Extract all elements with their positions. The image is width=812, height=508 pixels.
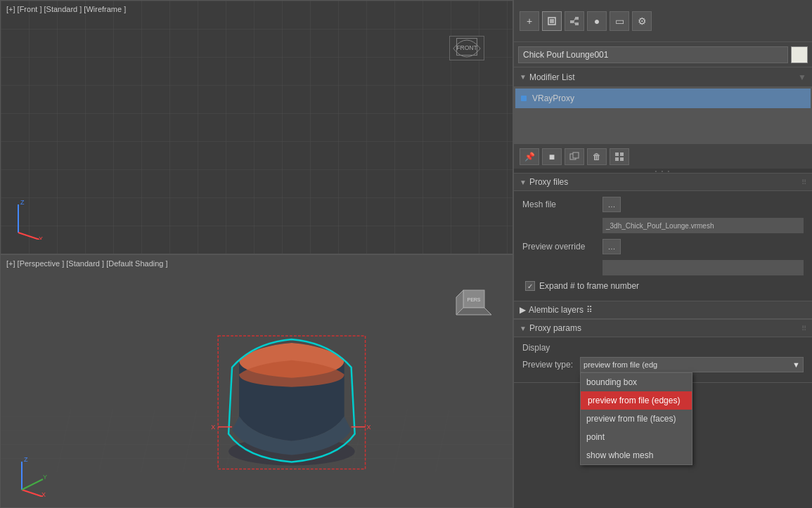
proxy-files-content: Mesh file … _3dh_Chick_Pouf_Lounge.vrmes… [514, 191, 812, 301]
preview-type-dropdown-btn[interactable]: preview from file (edg ▼ [580, 357, 804, 372]
make-unique-btn[interactable] [565, 148, 584, 165]
proxy-files-title: Proxy files [529, 177, 568, 187]
svg-line-35 [22, 479, 43, 490]
svg-rect-48 [615, 157, 619, 161]
svg-text:Z: Z [20, 199, 25, 206]
toolbar-hierarchy-btn[interactable] [565, 11, 584, 31]
viewport-perspective-label: [+] [Perspective ] [Standard ] [Default … [6, 259, 168, 268]
preview-type-label: Preview type: [522, 360, 573, 370]
proxy-files-grip: ⠿ [801, 178, 806, 186]
dropdown-item-preview-edges[interactable]: preview from file (edges) [581, 391, 692, 410]
toolbar-utility-btn[interactable]: ⚙ [632, 11, 652, 31]
pin-btn[interactable]: 📌 [520, 148, 539, 165]
front-nav-cube: FRONT [449, 36, 484, 60]
preview-override-path-row [522, 260, 804, 275]
svg-text:X: X [367, 423, 371, 430]
dropdown-item-bounding-box[interactable]: bounding box [581, 373, 692, 391]
configure-btn[interactable] [610, 148, 629, 165]
toolbar-motion-btn[interactable]: ● [587, 11, 607, 31]
modifier-list-area: VRayProxy [514, 87, 812, 143]
perspective-content: X X [+] [Perspective ] [Standard ] [Defa… [1, 255, 513, 508]
svg-rect-45 [573, 152, 579, 158]
preview-type-selected-label: preview from file (edg [584, 360, 657, 369]
dropdown-item-point[interactable]: point [581, 428, 692, 446]
preview-override-row: Preview override … [522, 239, 804, 254]
perspective-nav-cube: PERS [453, 283, 491, 322]
object-name-input[interactable] [518, 46, 788, 63]
modifier-list-dropdown[interactable]: ▼ [798, 72, 806, 82]
svg-text:FRONT: FRONT [456, 44, 477, 51]
alembic-arrow: ▶ [520, 305, 526, 315]
modifier-item-dot [521, 96, 527, 101]
proxy-params-header[interactable]: ▼ Proxy params ⠿ [514, 319, 812, 337]
wireframe-grid [1, 1, 513, 254]
svg-line-42 [574, 18, 575, 22]
dropdown-item-preview-faces[interactable]: preview from file (faces) [581, 410, 692, 428]
right-panel: + ● ▭ ⚙ ▼ Modifier List ▼ [513, 0, 812, 508]
preview-type-dropdown-wrapper: preview from file (edg ▼ bounding box pr… [580, 357, 804, 372]
svg-rect-41 [575, 22, 579, 25]
svg-rect-49 [620, 157, 624, 161]
proxy-files-arrow: ▼ [520, 178, 527, 186]
svg-rect-38 [550, 19, 554, 23]
modifier-list-header[interactable]: ▼ Modifier List ▼ [514, 67, 812, 87]
perspective-scene: X X [1, 255, 513, 508]
preview-type-dropdown-menu: bounding box preview from file (edges) p… [580, 372, 692, 465]
proxy-params-grip: ⠿ [801, 325, 806, 332]
svg-text:X: X [39, 235, 43, 240]
dropdown-item-show-whole-mesh[interactable]: show whole mesh [581, 446, 692, 464]
svg-text:Z: Z [24, 456, 28, 463]
mesh-file-browse-btn[interactable]: … [602, 197, 621, 212]
proxy-files-header[interactable]: ▼ Proxy files ⠿ [514, 173, 812, 191]
properties-panel: ▼ Proxy files ⠿ Mesh file … _3dh_Chick_P… [514, 173, 812, 508]
svg-text:Y: Y [43, 474, 47, 481]
top-toolbar: + ● ▭ ⚙ [514, 0, 812, 42]
alembic-title: Alembic layers [529, 305, 584, 315]
viewport-perspective[interactable]: X X [+] [Perspective ] [Standard ] [Defa… [0, 254, 513, 509]
expand-frame-checkbox[interactable]: ✓ [525, 281, 535, 291]
mesh-file-path-row: _3dh_Chick_Pouf_Lounge.vrmesh [522, 218, 804, 233]
svg-text:X: X [41, 491, 46, 497]
modifier-list-label: Modifier List [529, 72, 575, 82]
preview-override-label: Preview override [522, 242, 600, 252]
display-row: Display [522, 343, 804, 353]
svg-text:PERS: PERS [467, 297, 480, 302]
proxy-params-content: Display Preview type: preview from file … [514, 337, 812, 382]
alembic-layers-header[interactable]: ▶ Alembic layers ⠿ [514, 301, 812, 319]
display-label: Display [522, 343, 579, 353]
toolbar-display-btn[interactable]: ▭ [610, 11, 629, 31]
modifier-list-arrow: ▼ [520, 73, 527, 81]
toolbar-modify-btn[interactable] [542, 11, 562, 31]
mesh-file-path-display: _3dh_Chick_Pouf_Lounge.vrmesh [602, 218, 804, 233]
svg-rect-40 [575, 17, 579, 20]
object-name-bar [514, 42, 812, 67]
expand-frame-label: Expand # to frame number [539, 281, 639, 291]
object-color-swatch[interactable] [791, 46, 808, 63]
svg-line-43 [574, 22, 575, 24]
toolbar-create-btn[interactable]: + [520, 11, 539, 31]
expand-frame-row: ✓ Expand # to frame number [522, 281, 804, 291]
axis-indicator-front: Z X [15, 197, 43, 240]
proxy-params-title: Proxy params [529, 323, 581, 333]
modifier-item-label: VRayProxy [532, 93, 574, 103]
show-result-btn[interactable]: ■ [542, 148, 562, 165]
left-panel: [+] [Front ] [Standard ] [Wireframe ] FR… [0, 0, 513, 508]
modifier-item-vrayproxy[interactable]: VRayProxy [515, 89, 811, 108]
dropdown-arrow-icon: ▼ [792, 360, 800, 369]
preview-type-row: Preview type: preview from file (edg ▼ b… [522, 357, 804, 372]
alembic-grip: ⠿ [586, 305, 593, 315]
mesh-file-row: Mesh file … [522, 197, 804, 212]
svg-rect-47 [620, 152, 624, 156]
remove-btn[interactable]: 🗑 [587, 148, 607, 165]
svg-rect-39 [570, 20, 574, 23]
viewport-front-label: [+] [Front ] [Standard ] [Wireframe ] [6, 5, 126, 13]
mesh-file-label: Mesh file [522, 200, 600, 209]
axis-indicator-perspective: Z X Y [15, 451, 50, 497]
viewport-front[interactable]: [+] [Front ] [Standard ] [Wireframe ] FR… [0, 0, 513, 254]
proxy-params-arrow: ▼ [520, 325, 527, 332]
modifier-actions: 📌 ■ 🗑 [514, 143, 812, 169]
preview-override-path-display [602, 260, 804, 275]
svg-line-4 [18, 233, 39, 240]
preview-override-browse-btn[interactable]: … [602, 239, 621, 254]
svg-line-33 [22, 490, 43, 497]
